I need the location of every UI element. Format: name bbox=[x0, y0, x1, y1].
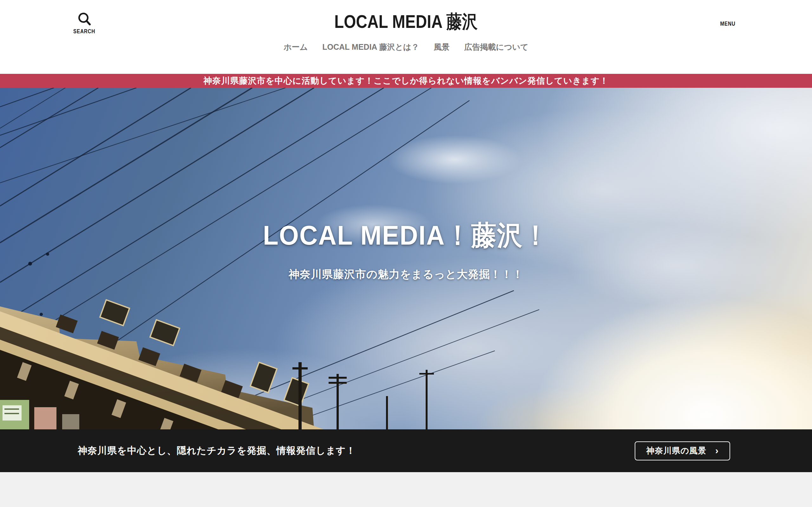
nav-link-about[interactable]: LOCAL MEDIA 藤沢とは？ bbox=[322, 42, 419, 52]
main-nav: ホーム LOCAL MEDIA 藤沢とは？ 風景 広告掲載について bbox=[0, 42, 812, 52]
scenery-button[interactable]: 神奈川県の風景 › bbox=[635, 441, 730, 460]
hero-scene-graphic bbox=[0, 88, 812, 429]
nav-link-ads[interactable]: 広告掲載について bbox=[464, 42, 528, 52]
footer-area bbox=[0, 472, 812, 507]
nav-link-home[interactable]: ホーム bbox=[284, 42, 308, 52]
notice-banner-text: 神奈川県藤沢市を中心に活動しています！ここでしか得られない情報をバンバン発信して… bbox=[203, 75, 608, 87]
menu-label: MENU bbox=[716, 20, 740, 27]
chevron-right-icon: › bbox=[715, 446, 719, 455]
hero-image: LOCAL MEDIA！藤沢！ 神奈川県藤沢市の魅力をまるっと大発掘！！！ bbox=[0, 88, 812, 429]
notice-banner: 神奈川県藤沢市を中心に活動しています！ここでしか得られない情報をバンバン発信して… bbox=[0, 74, 812, 88]
site-header: SEARCH LOCAL MEDIA 藤沢 MENU ホーム LOCAL MED… bbox=[0, 0, 812, 74]
menu-button[interactable]: MENU bbox=[713, 13, 743, 27]
hero-title: LOCAL MEDIA！藤沢！ bbox=[0, 217, 812, 254]
cta-bar: 神奈川県を中心とし、隠れたチカラを発掘、情報発信します！ 神奈川県の風景 › bbox=[0, 429, 812, 472]
hero-subtitle: 神奈川県藤沢市の魅力をまるっと大発掘！！！ bbox=[0, 267, 812, 282]
site-logo-text: LOCAL MEDIA 藤沢 bbox=[334, 9, 478, 34]
hero-title-text: LOCAL MEDIA！藤沢！ bbox=[263, 217, 549, 254]
page: SEARCH LOCAL MEDIA 藤沢 MENU ホーム LOCAL MED… bbox=[0, 0, 812, 507]
cta-text: 神奈川県を中心とし、隠れたチカラを発掘、情報発信します！ bbox=[78, 444, 356, 457]
nav-link-scenery[interactable]: 風景 bbox=[434, 42, 450, 52]
scenery-button-label: 神奈川県の風景 bbox=[646, 445, 706, 456]
site-logo[interactable]: LOCAL MEDIA 藤沢 bbox=[0, 9, 812, 34]
